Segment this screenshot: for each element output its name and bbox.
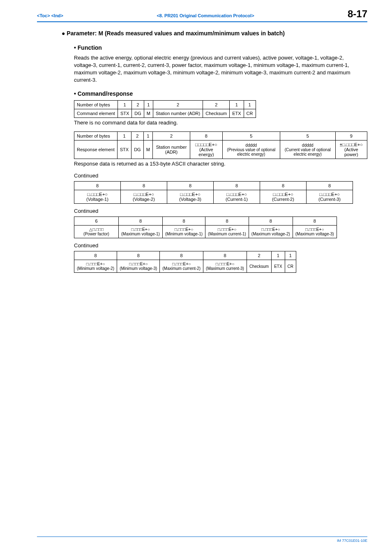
label: (Maximum voltage-3) xyxy=(295,232,334,236)
table-row: □.□□□E+○(Minimum voltage-2) □.□□□E+○(Min… xyxy=(74,260,296,273)
cell: ddddd (Current value of optional electri… xyxy=(280,140,335,159)
format: △□.□□□ xyxy=(89,227,104,232)
cell: ETX xyxy=(272,260,285,273)
cell: □.□□□E+○(Maximum voltage-1) xyxy=(119,226,163,238)
continued-label: Continued xyxy=(74,242,367,249)
cell: 8 xyxy=(214,182,260,190)
cell: □.□□□E+○(Minimum voltage-2) xyxy=(74,260,117,273)
cell: □.□□□E+○(Current-1) xyxy=(214,190,260,204)
cell: 2 xyxy=(247,251,271,260)
cell: □.□□□E+○(Minimum voltage-3) xyxy=(117,260,160,273)
value: ddddd xyxy=(302,143,314,147)
label: (Maximum voltage-2) xyxy=(251,232,290,236)
label: (Power factor) xyxy=(83,232,109,236)
cell: 8 xyxy=(249,217,293,226)
format: □.□□□E+○ xyxy=(175,227,194,232)
cell: 8 xyxy=(203,251,247,260)
table-row: 8 8 8 8 2 1 1 xyxy=(74,251,296,260)
chapter-title: <8. PR201 Original Communication Protoco… xyxy=(157,13,254,18)
cell: CR xyxy=(244,109,256,118)
table-row: Response element STX DG M Station number… xyxy=(74,140,367,159)
label: (Active power) xyxy=(344,147,358,157)
continued-label: Continued xyxy=(74,173,367,179)
cell: □.□□□E+○(Voltage-2) xyxy=(121,190,167,204)
cell: □.□□□E+○(Voltage-3) xyxy=(167,190,214,204)
table-row: Number of bytes 1 2 1 2 2 1 1 xyxy=(74,101,256,109)
cell: 1 xyxy=(230,101,244,109)
label: (Current-3) xyxy=(318,197,341,202)
format: □.□□□E+○ xyxy=(131,227,150,232)
format: □.□□□E+○ xyxy=(319,192,340,197)
cell: 1 xyxy=(244,101,256,109)
cell: 1 xyxy=(144,101,153,109)
footer-docid: IM 77C01E01-10E xyxy=(37,537,367,543)
cell: M xyxy=(144,109,153,118)
label: (Minimum voltage-3) xyxy=(120,266,157,271)
cell: 1 xyxy=(143,132,152,140)
table-row: Command element STX DG M Station number … xyxy=(74,109,256,118)
ind-link[interactable]: <Ind> xyxy=(51,13,63,18)
table-row: △□.□□□(Power factor) □.□□□E+○(Maximum vo… xyxy=(74,226,337,238)
function-heading: Function xyxy=(74,44,367,51)
cell: □.□□□E+○(Maximum voltage-3) xyxy=(293,226,337,238)
format: □.□□□E+○ xyxy=(87,192,108,197)
col-header: Command element xyxy=(74,109,118,118)
cell: CR xyxy=(285,260,296,273)
cell: □.□□□E+○(Minimum voltage-1) xyxy=(162,226,205,238)
cell: 2 xyxy=(131,132,144,140)
format: ±□.□□□E+○ xyxy=(340,142,363,147)
page-number: 8-17 xyxy=(348,8,367,20)
section-title: Parameter: M (Reads measured values and … xyxy=(62,30,359,38)
response-table: Number of bytes 1 2 1 2 8 5 5 9 Response… xyxy=(74,131,367,159)
label: (Maximum voltage-1) xyxy=(121,232,160,236)
continued-table-1: 8 8 8 8 8 8 □.□□□E+○(Voltage-1) □.□□□E+○… xyxy=(74,181,353,204)
cell: 2 xyxy=(152,132,190,140)
cell: 1 xyxy=(272,251,285,260)
toc-ind[interactable]: <Toc> <Ind> xyxy=(37,13,63,18)
label: (Voltage-1) xyxy=(86,197,108,202)
format: □.□□□E+○ xyxy=(134,192,154,197)
label: (Maximum current-1) xyxy=(208,232,246,236)
cell: □.□□□E+○(Voltage-1) xyxy=(74,190,121,204)
cell: □.□□□E+○(Current-2) xyxy=(260,190,307,204)
cell: 8 xyxy=(167,182,214,190)
cell: Station number (ADR) xyxy=(153,109,203,118)
page-header: <Toc> <Ind> <8. PR201 Original Communica… xyxy=(37,8,367,22)
cell: △□.□□□(Power factor) xyxy=(74,226,119,238)
cell: ETX xyxy=(230,109,244,118)
cell: ±□.□□□E+○ (Active power) xyxy=(335,140,367,159)
cell: Checksum xyxy=(203,109,230,118)
cell: 2 xyxy=(153,101,203,109)
label: (Maximum current-2) xyxy=(162,266,201,271)
function-body: Reads the active energy, optional electr… xyxy=(74,54,359,84)
toc-link[interactable]: <Toc> xyxy=(37,13,50,18)
cell: ddddd (Previous value of optional electr… xyxy=(222,140,280,159)
table-row: 8 8 8 8 8 8 xyxy=(74,182,353,190)
cell: □.□□□E+○(Maximum current-1) xyxy=(205,226,249,238)
continued-label: Continued xyxy=(74,208,367,214)
response-note: Response data is returned as a 153-byte … xyxy=(74,161,367,167)
continued-table-2: 6 8 8 8 8 8 △□.□□□(Power factor) □.□□□E+… xyxy=(74,216,337,238)
col-header: Response element xyxy=(74,140,118,159)
cell: 2 xyxy=(203,101,230,109)
col-header: Number of bytes xyxy=(74,132,118,140)
cell: 1 xyxy=(285,251,296,260)
format: □.□□□E+○ xyxy=(129,262,148,266)
cell: 2 xyxy=(132,101,144,109)
format: □.□□□E+○ xyxy=(172,262,191,266)
label: (Previous value of optional electric ene… xyxy=(227,147,275,157)
cell: STX xyxy=(117,140,131,159)
cell: 8 xyxy=(190,132,222,140)
label: (Minimum voltage-2) xyxy=(77,266,114,271)
label: (Current-2) xyxy=(272,197,294,202)
format: □.□□□E+○ xyxy=(218,227,237,232)
command-note: There is no command data for data readin… xyxy=(74,120,367,126)
continued-table-3: 8 8 8 8 2 1 1 □.□□□E+○(Minimum voltage-2… xyxy=(74,251,296,273)
cell: 8 xyxy=(117,251,160,260)
label: (Minimum voltage-1) xyxy=(165,232,203,236)
cell: Station number (ADR) xyxy=(152,140,190,159)
format: □.□□□E+○ xyxy=(216,262,235,266)
command-response-heading: Command/response xyxy=(74,90,367,97)
cell: 8 xyxy=(260,182,307,190)
cell: 8 xyxy=(119,217,163,226)
